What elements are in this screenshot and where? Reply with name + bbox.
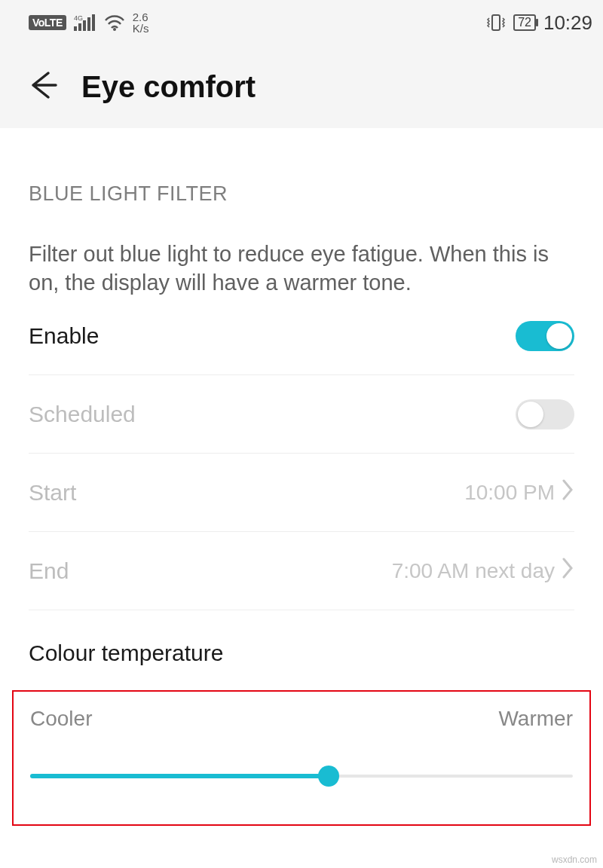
svg-rect-1 <box>78 23 81 31</box>
back-icon[interactable] <box>26 69 59 105</box>
scheduled-toggle[interactable] <box>516 399 574 429</box>
network-speed: 2.6 K/s <box>133 11 149 34</box>
speed-unit: K/s <box>133 23 149 34</box>
chevron-right-icon <box>561 558 574 584</box>
svg-rect-7 <box>492 15 500 30</box>
page-title: Eye comfort <box>81 70 256 104</box>
section-description: Filter out blue light to reduce eye fati… <box>29 206 574 297</box>
app-bar: Eye comfort <box>0 45 603 128</box>
svg-rect-0 <box>74 26 77 31</box>
end-label: End <box>29 558 69 584</box>
row-start[interactable]: Start 10:00 PM <box>29 454 574 532</box>
slider-max-label: Warmer <box>498 707 573 731</box>
svg-point-6 <box>113 28 116 31</box>
svg-text:4G: 4G <box>74 14 83 22</box>
enable-toggle[interactable] <box>516 321 574 351</box>
enable-label: Enable <box>29 323 99 349</box>
speed-value: 2.6 <box>133 11 149 23</box>
svg-rect-3 <box>87 17 90 31</box>
section-header: BLUE LIGHT FILTER <box>29 128 574 206</box>
colour-temperature-slider[interactable] <box>30 766 573 787</box>
start-label: Start <box>29 480 76 506</box>
start-value: 10:00 PM <box>464 481 555 505</box>
row-end[interactable]: End 7:00 AM next day <box>29 532 574 610</box>
colour-temperature-highlight: Cooler Warmer <box>12 690 591 826</box>
svg-rect-4 <box>92 14 95 31</box>
scheduled-label: Scheduled <box>29 402 136 427</box>
watermark: wsxdn.com <box>552 854 597 865</box>
row-scheduled[interactable]: Scheduled <box>29 375 574 454</box>
vibrate-icon <box>486 14 506 32</box>
svg-rect-2 <box>83 20 86 31</box>
signal-icon: 4G <box>74 14 96 31</box>
end-value: 7:00 AM next day <box>392 559 555 583</box>
wifi-icon <box>104 14 125 31</box>
battery-indicator: 72 <box>513 14 536 31</box>
status-bar: VoLTE 4G 2.6 K/s 72 10:29 <box>0 0 603 45</box>
colour-temperature-label: Colour temperature <box>29 610 574 666</box>
volte-badge: VoLTE <box>29 15 66 30</box>
slider-min-label: Cooler <box>30 707 92 731</box>
chevron-right-icon <box>561 479 574 506</box>
clock: 10:29 <box>543 11 592 35</box>
row-enable[interactable]: Enable <box>29 297 574 375</box>
